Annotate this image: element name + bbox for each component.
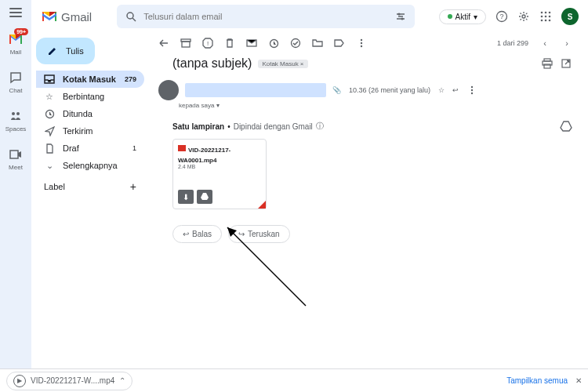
nav-drafts-count: 1 (132, 144, 136, 152)
nav-more[interactable]: ⌄ Selengkapnya (36, 157, 144, 174)
close-download-bar[interactable]: ✕ (575, 376, 582, 385)
rail-spaces[interactable]: Spaces (5, 108, 27, 132)
nav-sent[interactable]: Terkirim (36, 122, 144, 140)
download-bar: ▶ VID-20221217-W....mp4 ⌃ Tampilkan semu… (0, 368, 588, 392)
svg-point-29 (361, 45, 362, 47)
add-label-button[interactable]: + (130, 180, 136, 193)
svg-point-12 (541, 16, 543, 18)
gmail-logo[interactable]: Gmail (41, 10, 92, 24)
back-button[interactable] (158, 38, 169, 49)
status-button[interactable]: Aktif▾ (439, 9, 486, 24)
rail-chat[interactable]: Chat (8, 70, 24, 94)
avatar[interactable]: S (561, 8, 579, 25)
draft-icon (44, 143, 55, 154)
svg-point-27 (361, 39, 362, 41)
popout-button[interactable] (560, 57, 572, 70)
archive-button[interactable] (180, 38, 191, 49)
svg-point-8 (522, 15, 525, 18)
chat-icon (8, 70, 24, 85)
mail-icon: 99+ (8, 31, 24, 47)
compose-button[interactable]: Tulis (36, 38, 95, 64)
toolbar: ! 1 dari 299 ‹ › (149, 33, 582, 53)
svg-point-11 (549, 12, 551, 14)
svg-point-10 (545, 12, 547, 14)
info-icon[interactable]: ⓘ (316, 121, 324, 132)
star-icon: ☆ (44, 91, 55, 102)
status-dot-icon (448, 14, 452, 19)
drive-all-button[interactable] (560, 120, 572, 132)
nav-starred[interactable]: ☆ Berbintang (36, 88, 144, 105)
menu-icon[interactable] (9, 8, 22, 17)
send-icon (44, 125, 55, 136)
attachments-header: Satu lampiran (172, 122, 224, 131)
download-chevron-icon[interactable]: ⌃ (119, 376, 125, 385)
search-options-icon[interactable] (394, 10, 407, 23)
labels-header-text: Label (44, 182, 65, 191)
nav-drafts-label: Draf (63, 143, 79, 153)
search-bar[interactable] (117, 5, 415, 28)
nav-inbox-count: 279 (125, 75, 136, 83)
svg-point-1 (16, 112, 20, 115)
inbox-icon (44, 74, 55, 85)
snooze-button[interactable] (268, 38, 279, 49)
clock-icon (44, 108, 55, 119)
svg-point-4 (398, 13, 401, 16)
download-file-icon: ▶ (13, 375, 26, 387)
message-more-button[interactable] (466, 85, 477, 96)
fold-corner-icon (258, 201, 266, 209)
reply-icon: ↩ (183, 230, 189, 238)
unread-button[interactable] (246, 38, 257, 49)
spam-button[interactable]: ! (202, 38, 213, 49)
header: Gmail Aktif▾ ? S (31, 0, 588, 33)
svg-text:!: ! (207, 40, 209, 47)
scanned-text: Dipindai dengan Gmail (234, 122, 313, 131)
chevron-down-icon: ⌄ (44, 160, 55, 171)
sender-to[interactable]: kepada saya ▾ (179, 102, 582, 109)
next-button[interactable]: › (561, 38, 572, 49)
prev-button[interactable]: ‹ (539, 38, 550, 49)
svg-rect-21 (182, 42, 190, 47)
sender-name-redacted (185, 83, 326, 97)
search-input[interactable] (143, 12, 388, 21)
nav-more-label: Selengkapnya (63, 161, 118, 170)
label-chip[interactable]: Kotak Masuk × (258, 60, 307, 68)
show-all-downloads[interactable]: Tampilkan semua (506, 376, 568, 385)
delete-button[interactable] (224, 38, 235, 49)
help-icon[interactable]: ? (495, 10, 508, 23)
reply-button[interactable]: ↩Balas (172, 225, 222, 243)
gear-icon[interactable] (517, 10, 530, 23)
svg-point-5 (401, 18, 404, 20)
subject-text: (tanpa subjek) (172, 56, 252, 71)
forward-button[interactable]: ↪Teruskan (228, 225, 290, 243)
save-drive-button[interactable] (197, 190, 212, 204)
download-item[interactable]: ▶ VID-20221217-W....mp4 ⌃ (6, 372, 132, 390)
attachment-card[interactable]: VID-20221217-WA0001.mp4 2.4 MB ⬇ (172, 139, 267, 209)
logo-icon (41, 10, 58, 23)
nav-drafts[interactable]: Draf 1 (36, 140, 144, 157)
download-attachment-button[interactable]: ⬇ (178, 190, 194, 204)
main-content: ! 1 dari 299 ‹ › (tanpa subjek) Kotak Ma… (149, 33, 582, 368)
label-button[interactable] (334, 38, 345, 49)
star-message-button[interactable]: ☆ (438, 86, 445, 94)
search-icon (125, 10, 137, 23)
avatar-initial: S (568, 13, 573, 21)
task-button[interactable] (290, 38, 301, 49)
rail-meet[interactable]: Meet (8, 147, 24, 171)
attachment-indicator-icon: 📎 (332, 86, 341, 94)
more-button[interactable] (356, 38, 367, 49)
download-filename: VID-20221217-W....mp4 (31, 376, 114, 385)
print-button[interactable] (541, 57, 554, 70)
move-button[interactable] (312, 38, 323, 49)
apps-icon[interactable] (539, 10, 552, 23)
svg-point-28 (361, 42, 362, 44)
reply-icon-button[interactable]: ↩ (452, 86, 459, 94)
rail-mail[interactable]: 99+ Mail (8, 31, 24, 56)
nav-inbox[interactable]: Kotak Masuk 279 (36, 71, 144, 88)
svg-point-13 (545, 16, 547, 18)
nav-snoozed[interactable]: Ditunda (36, 105, 144, 122)
unread-badge: 99+ (14, 28, 28, 35)
svg-point-17 (549, 20, 551, 22)
pencil-icon (47, 45, 58, 56)
sender-avatar[interactable] (158, 80, 179, 100)
svg-point-35 (471, 89, 473, 91)
